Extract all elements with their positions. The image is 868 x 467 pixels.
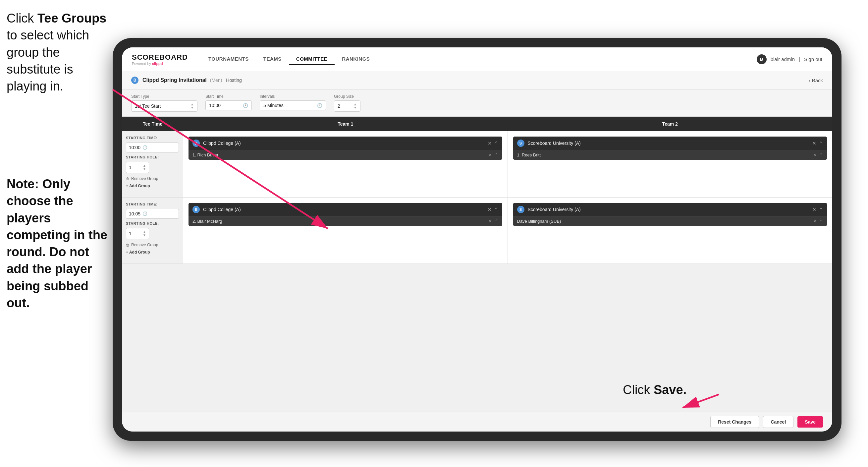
team-card-1-1[interactable]: B Clippd College (A) ✕ ⌃ 1. Rich Butler	[188, 137, 502, 160]
nav-tournaments[interactable]: TOURNAMENTS	[201, 53, 256, 65]
navbar-right: B blair admin | Sign out	[757, 54, 822, 64]
navbar-nav: TOURNAMENTS TEAMS COMMITTEE RANKINGS	[201, 53, 377, 65]
team-name-2-2: Scoreboard University (A)	[528, 207, 809, 212]
player-close-icon[interactable]: ✕	[488, 219, 492, 224]
table-row: STARTING TIME: 10:00 🕐 STARTING HOLE: 1 …	[122, 131, 832, 198]
player-row-1-1-1: 1. Rich Butler ✕ ⌃	[188, 150, 502, 160]
logo-powered: Powered by clippd	[132, 62, 188, 66]
player-expand-icon[interactable]: ⌃	[819, 152, 823, 157]
player-name-1-2-1: 1. Rees Britt	[517, 152, 810, 157]
starting-time-label-2: STARTING TIME:	[126, 202, 179, 206]
navbar: SCOREBOARD Powered by clippd TOURNAMENTS…	[122, 48, 832, 71]
add-group-button-1[interactable]: + Add Group	[126, 184, 179, 188]
remove-group-button-2[interactable]: 🗑 Remove Group	[126, 243, 179, 247]
reset-changes-button[interactable]: Reset Changes	[710, 416, 759, 428]
cancel-button[interactable]: Cancel	[763, 416, 794, 428]
hosting-label: Hosting	[226, 78, 242, 83]
tee-group-2-team1: B Clippd College (A) ✕ ⌃ 2. Blair McHarg	[183, 198, 508, 263]
intervals-input[interactable]: 5 Minutes 🕐	[260, 100, 326, 110]
table-header: Tee Time Team 1 Team 2	[122, 117, 832, 131]
group-size-arrows[interactable]: ▲▼	[353, 103, 357, 109]
expand-icon[interactable]: ⌃	[819, 207, 823, 212]
start-type-group: Start Type 1st Tee Start ▲▼	[131, 94, 197, 112]
team2-header: Team 2	[508, 117, 833, 131]
group-size-input[interactable]: 2 ▲▼	[334, 100, 361, 112]
instruction-middle-text: Note: Only choose the players competing …	[7, 177, 107, 310]
nav-committee[interactable]: COMMITTEE	[289, 53, 335, 65]
start-type-arrows[interactable]: ▲▼	[190, 103, 194, 109]
player-name-2-2-1: Dave Billingham (SUB)	[517, 219, 810, 224]
close-icon[interactable]: ✕	[488, 207, 492, 212]
starting-time-input-2[interactable]: 10:05 🕐	[126, 209, 179, 219]
player-close-icon[interactable]: ✕	[813, 152, 817, 157]
close-icon[interactable]: ✕	[488, 141, 492, 146]
team1-header: Team 1	[183, 117, 508, 131]
start-time-label: Start Time	[206, 94, 252, 99]
team-card-2-2[interactable]: S Scoreboard University (A) ✕ ⌃ Dave Bil…	[513, 203, 827, 226]
start-type-input[interactable]: 1st Tee Start ▲▼	[131, 100, 197, 112]
tournament-title: Clippd Spring Invitational	[143, 77, 207, 83]
settings-row: Start Type 1st Tee Start ▲▼ Start Time 1…	[122, 89, 832, 117]
tee-group-1-team1: B Clippd College (A) ✕ ⌃ 1. Rich Butler	[183, 131, 508, 197]
back-button[interactable]: ‹ Back	[809, 78, 823, 83]
player-expand-icon[interactable]: ⌃	[819, 219, 823, 224]
team-name-1-2: Scoreboard University (A)	[528, 141, 809, 146]
admin-name: blair admin	[771, 56, 795, 62]
intervals-label: Intervals	[260, 94, 326, 99]
tee-group-2-team2: S Scoreboard University (A) ✕ ⌃ Dave Bil…	[508, 198, 833, 263]
close-icon[interactable]: ✕	[812, 207, 816, 212]
instruction-top: Click Tee Groups to select which group t…	[7, 10, 109, 95]
table-row: STARTING TIME: 10:05 🕐 STARTING HOLE: 1 …	[122, 198, 832, 264]
save-button[interactable]: Save	[798, 416, 823, 428]
team-logo-2-1: B	[192, 206, 200, 213]
start-time-group: Start Time 10:00 🕐	[206, 94, 252, 112]
team-card-header-2-1: B Clippd College (A) ✕ ⌃	[188, 203, 502, 216]
nav-rankings[interactable]: RANKINGS	[335, 53, 377, 65]
team-actions-1-1: ✕ ⌃	[488, 141, 498, 146]
player-expand-icon[interactable]: ⌃	[495, 219, 498, 224]
tee-group-2-sidebar: STARTING TIME: 10:05 🕐 STARTING HOLE: 1 …	[122, 198, 183, 263]
starting-hole-input-2[interactable]: 1 ▲▼	[126, 228, 149, 239]
expand-icon[interactable]: ⌃	[819, 141, 823, 146]
nav-teams[interactable]: TEAMS	[256, 53, 289, 65]
team-name-2-1: Clippd College (A)	[203, 207, 484, 212]
add-group-button-2[interactable]: + Add Group	[126, 250, 179, 255]
expand-icon[interactable]: ⌃	[494, 141, 498, 146]
player-close-icon[interactable]: ✕	[488, 152, 492, 157]
tee-time-header: Tee Time	[122, 117, 183, 131]
start-time-input[interactable]: 10:00 🕐	[206, 100, 252, 110]
player-actions-2-1-1: ✕ ⌃	[488, 219, 498, 224]
player-name-2-1-1: 2. Blair McHarg	[192, 219, 485, 224]
tournament-gender: (Men)	[210, 78, 222, 83]
team-logo-1-2: S	[517, 140, 524, 147]
expand-icon[interactable]: ⌃	[494, 207, 498, 212]
instruction-top-text: Click Tee Groups to select which group t…	[7, 11, 106, 93]
player-close-icon[interactable]: ✕	[813, 219, 817, 224]
tournament-logo: B	[131, 77, 138, 84]
tablet-frame: SCOREBOARD Powered by clippd TOURNAMENTS…	[113, 38, 841, 441]
admin-avatar: B	[757, 54, 767, 64]
team-card-1-2[interactable]: S Scoreboard University (A) ✕ ⌃ 1. Rees …	[513, 137, 827, 160]
player-expand-icon[interactable]: ⌃	[495, 152, 498, 157]
click-save-label: Click Save.	[623, 383, 686, 397]
starting-hole-label-1: STARTING HOLE:	[126, 155, 179, 159]
player-row-1-2-1: 1. Rees Britt ✕ ⌃	[513, 150, 827, 160]
starting-hole-label-2: STARTING HOLE:	[126, 222, 179, 225]
tablet-screen: SCOREBOARD Powered by clippd TOURNAMENTS…	[122, 48, 832, 432]
starting-time-input-1[interactable]: 10:00 🕐	[126, 143, 179, 152]
player-row-2-2-1: Dave Billingham (SUB) ✕ ⌃	[513, 216, 827, 226]
player-actions-2-2-1: ✕ ⌃	[813, 219, 823, 224]
team-actions-2-2: ✕ ⌃	[812, 207, 823, 212]
team-card-2-1[interactable]: B Clippd College (A) ✕ ⌃ 2. Blair McHarg	[188, 203, 502, 226]
logo-scoreboard: SCOREBOARD	[132, 53, 188, 62]
team-card-header-1-2: S Scoreboard University (A) ✕ ⌃	[513, 137, 827, 150]
remove-group-button-1[interactable]: 🗑 Remove Group	[126, 176, 179, 181]
team-actions-2-1: ✕ ⌃	[488, 207, 498, 212]
sign-out-link[interactable]: Sign out	[804, 56, 822, 62]
close-icon[interactable]: ✕	[812, 141, 816, 146]
intervals-group: Intervals 5 Minutes 🕐	[260, 94, 326, 112]
team-logo-2-2: S	[517, 206, 524, 213]
tee-group-1-team2: S Scoreboard University (A) ✕ ⌃ 1. Rees …	[508, 131, 833, 197]
starting-hole-input-1[interactable]: 1 ▲▼	[126, 162, 149, 173]
team-card-header-2-2: S Scoreboard University (A) ✕ ⌃	[513, 203, 827, 216]
